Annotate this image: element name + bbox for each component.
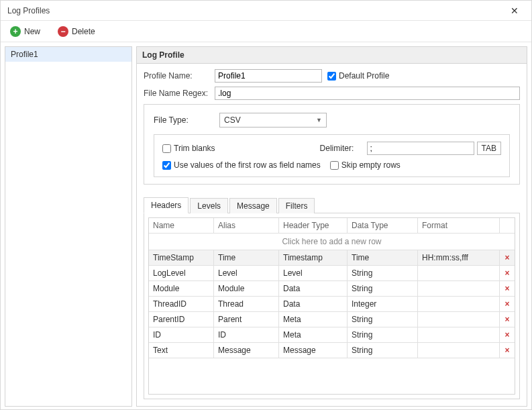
grid-header: Name Alias Header Type Data Type Format — [149, 218, 515, 234]
cell-alias[interactable]: Message — [214, 343, 279, 358]
first-row-label: Use values of the first row as field nam… — [174, 160, 321, 170]
close-button[interactable]: ✕ — [504, 5, 525, 16]
cell-alias[interactable]: Thread — [214, 297, 279, 312]
profile-name-input[interactable] — [215, 69, 322, 83]
cell-alias[interactable]: ID — [214, 327, 279, 343]
chevron-down-icon: ▼ — [316, 117, 322, 123]
cell-name[interactable]: ThreadID — [149, 297, 214, 312]
cell-header-type[interactable]: Timestamp — [279, 250, 348, 266]
tab-filters[interactable]: Filters — [278, 198, 315, 213]
tab-levels[interactable]: Levels — [190, 198, 228, 213]
col-actions — [500, 218, 515, 234]
cell-name[interactable]: LogLevel — [149, 266, 214, 281]
regex-input[interactable] — [215, 87, 520, 100]
first-row-checkbox[interactable]: Use values of the first row as field nam… — [162, 160, 321, 170]
cell-data-type[interactable]: String — [348, 343, 418, 358]
cell-name[interactable]: Module — [149, 281, 214, 297]
cell-data-type[interactable]: String — [348, 281, 418, 297]
close-icon: × — [504, 299, 509, 309]
close-icon: × — [504, 268, 509, 278]
titlebar: Log Profiles ✕ — [1, 1, 531, 21]
col-data-type[interactable]: Data Type — [348, 218, 418, 234]
cell-header-type[interactable]: Meta — [279, 327, 348, 343]
cell-name[interactable]: TimeStamp — [149, 250, 214, 266]
new-button[interactable]: + New — [6, 24, 44, 39]
tab-delimiter-button[interactable]: TAB — [477, 142, 501, 155]
row-delete-button[interactable]: × — [500, 297, 515, 312]
col-header-type[interactable]: Header Type — [279, 218, 348, 234]
cell-data-type[interactable]: String — [348, 327, 418, 343]
panel-title: Log Profile — [137, 47, 527, 64]
cell-format[interactable] — [418, 297, 500, 312]
cell-format[interactable] — [418, 327, 500, 343]
row-delete-button[interactable]: × — [500, 266, 515, 281]
close-icon: × — [504, 330, 509, 340]
cell-alias[interactable]: Level — [214, 266, 279, 281]
trim-blanks-checkbox[interactable]: Trim blanks — [162, 144, 215, 153]
row-delete-button[interactable]: × — [500, 281, 515, 297]
delimiter-label: Delimiter: — [320, 144, 367, 153]
cell-format[interactable] — [418, 266, 500, 281]
skip-empty-input[interactable] — [330, 161, 339, 170]
row-delete-button[interactable]: × — [500, 343, 515, 358]
default-profile-checkbox[interactable]: Default Profile — [327, 71, 389, 81]
profile-panel: Log Profile Profile Name: Default Profil… — [136, 46, 527, 407]
filetype-value: CSV — [224, 115, 241, 125]
table-row[interactable]: ThreadIDThreadDataInteger× — [149, 297, 515, 312]
filetype-select[interactable]: CSV ▼ — [219, 113, 327, 127]
default-profile-label: Default Profile — [339, 71, 389, 81]
cell-format[interactable] — [418, 281, 500, 297]
grid-new-row[interactable]: Click here to add a new row — [149, 234, 515, 250]
skip-empty-checkbox[interactable]: Skip empty rows — [330, 160, 401, 170]
grid-body: TimeStampTimeTimestampTimeHH:mm:ss,fff×L… — [149, 250, 515, 394]
cell-data-type[interactable]: Time — [348, 250, 418, 266]
cell-alias[interactable]: Parent — [214, 312, 279, 327]
col-alias[interactable]: Alias — [214, 218, 279, 234]
profile-list: Profile1 — [5, 46, 132, 407]
table-row[interactable]: ModuleModuleDataString× — [149, 281, 515, 297]
col-format[interactable]: Format — [418, 218, 500, 234]
filetype-label: File Type: — [154, 115, 219, 125]
cell-header-type[interactable]: Meta — [279, 312, 348, 327]
default-profile-input[interactable] — [327, 72, 336, 81]
cell-data-type[interactable]: String — [348, 266, 418, 281]
row-delete-button[interactable]: × — [500, 327, 515, 343]
cell-name[interactable]: Text — [149, 343, 214, 358]
cell-format[interactable] — [418, 343, 500, 358]
tab-message[interactable]: Message — [229, 198, 277, 213]
close-icon: × — [504, 253, 509, 262]
trim-blanks-input[interactable] — [162, 144, 171, 153]
first-row-input[interactable] — [162, 161, 171, 170]
delimiter-input[interactable] — [367, 142, 474, 155]
table-row[interactable]: TimeStampTimeTimestampTimeHH:mm:ss,fff× — [149, 250, 515, 266]
cell-format[interactable]: HH:mm:ss,fff — [418, 250, 500, 266]
table-row[interactable]: ParentIDParentMetaString× — [149, 312, 515, 327]
window-title: Log Profiles — [7, 6, 504, 15]
cell-header-type[interactable]: Data — [279, 297, 348, 312]
filetype-group: File Type: CSV ▼ Trim blanks Delimiter: — [144, 104, 520, 185]
row-delete-button[interactable]: × — [500, 250, 515, 266]
cell-header-type[interactable]: Level — [279, 266, 348, 281]
cell-alias[interactable]: Time — [214, 250, 279, 266]
profile-form: Profile Name: Default Profile File Name … — [137, 64, 527, 194]
cell-data-type[interactable]: Integer — [348, 297, 418, 312]
profile-name-label: Profile Name: — [144, 71, 209, 81]
close-icon: × — [504, 346, 509, 355]
table-row[interactable]: IDIDMetaString× — [149, 327, 515, 343]
sidebar-item-profile[interactable]: Profile1 — [5, 47, 131, 62]
delete-button[interactable]: − Delete — [54, 24, 99, 39]
table-row[interactable]: TextMessageMessageString× — [149, 343, 515, 358]
table-row[interactable]: LogLevelLevelLevelString× — [149, 266, 515, 281]
cell-header-type[interactable]: Data — [279, 281, 348, 297]
cell-header-type[interactable]: Message — [279, 343, 348, 358]
cell-name[interactable]: ID — [149, 327, 214, 343]
tab-headers[interactable]: Headers — [144, 197, 189, 213]
cell-name[interactable]: ParentID — [149, 312, 214, 327]
cell-alias[interactable]: Module — [214, 281, 279, 297]
main-area: Profile1 Log Profile Profile Name: Defau… — [1, 42, 531, 410]
skip-empty-label: Skip empty rows — [341, 160, 401, 170]
cell-data-type[interactable]: String — [348, 312, 418, 327]
row-delete-button[interactable]: × — [500, 312, 515, 327]
col-name[interactable]: Name — [149, 218, 214, 234]
cell-format[interactable] — [418, 312, 500, 327]
